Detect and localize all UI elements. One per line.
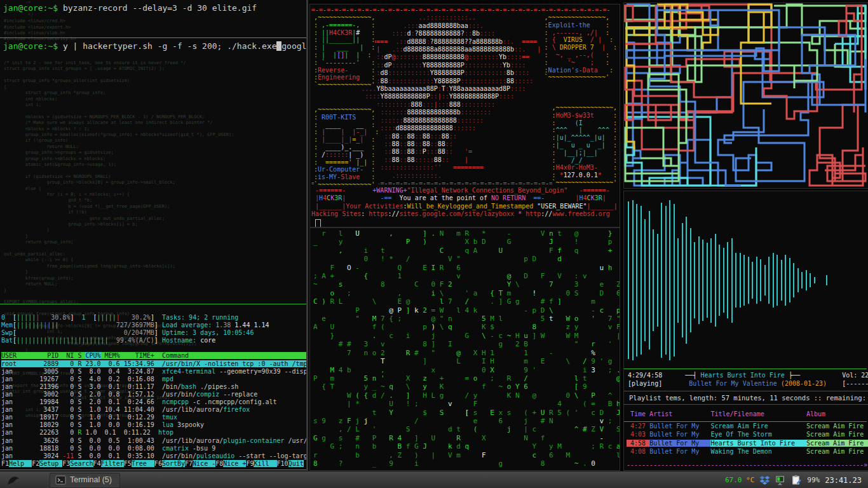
playlist-table[interactable]: Time Artist Title/Filename Album 4:27 Bu… bbox=[627, 410, 868, 456]
battery-percentage: 99% bbox=[807, 476, 820, 484]
taskbar: Terminal (5) 67.0 °C bbox=[0, 471, 868, 488]
system-tray: 67.0 °C 99% 23:41.23 bbox=[725, 475, 862, 485]
task-button-label: Terminal (5) bbox=[70, 475, 112, 484]
pipes-art bbox=[624, 3, 867, 187]
rootkits-box: ,~~~~~~~~~~~~~~,: R00T-KITS :: ____ __ :… bbox=[314, 106, 379, 189]
warning-banner: -======- +WARNING+"Illegal_Network_Conne… bbox=[311, 187, 618, 219]
pipes-screensaver-pane[interactable] bbox=[623, 3, 868, 189]
clipboard-manager-icon[interactable] bbox=[791, 475, 802, 485]
taskbar-clock[interactable]: 23:41.23 bbox=[825, 476, 862, 485]
terminal-icon bbox=[55, 475, 66, 485]
display-monitor-icon[interactable] bbox=[775, 475, 786, 485]
playlist-status-line: Playlist tems, length: 57 minutes, 11 se… bbox=[624, 391, 868, 405]
hacker-reverse-engineering-box: ,~~~~~~~~~~~~~~,: ,-======-, :: ||H4CK3R… bbox=[314, 14, 375, 89]
app-menu-icon[interactable] bbox=[5, 473, 22, 487]
virus-dropper-box: ,~~~~~~~~~~~~~~~,:Exploit-the :: ,------… bbox=[545, 14, 617, 81]
playlist-header-rule bbox=[624, 421, 867, 422]
skull-art-pane[interactable]: =-=-=-=-=-=-=-=-=-=-=-=-=-=-=-=-=-=-=-=-… bbox=[309, 4, 620, 227]
ncmpcpp-player-pane[interactable]: 4:29/4:58 ──┤ Hearts Burst Into Fire ├──… bbox=[623, 191, 868, 471]
audio-visualizer bbox=[624, 191, 867, 367]
player-divider bbox=[624, 369, 867, 369]
terminal-divider-mid bbox=[0, 304, 306, 304]
matrix-rain: r l U , ] . N m R * - V n t @ } _ y P ) … bbox=[313, 229, 620, 468]
playlist-bottom-border: ----------------------------------------… bbox=[627, 461, 867, 468]
cmatrix-pane[interactable]: r l U , ] . N m R * - V n t @ } _ y P ) … bbox=[309, 227, 620, 471]
playlist-status-text: Playlist tems, length: 57 minutes, 11 se… bbox=[629, 394, 868, 402]
now-playing-info: 4:29/4:58 ──┤ Hearts Burst Into Fire ├──… bbox=[628, 371, 868, 388]
bash-prompt-hackertyper: jan@core:~$ y | hackertyper.sh -g -f -s … bbox=[3, 41, 308, 51]
desktop: /* */ #include <linux/cred.h> #include <… bbox=[0, 0, 868, 488]
home-sweet-home-box: ,~~~~~~~~~~~~~~~,:HoM3-$w33t :: (I ::^^^… bbox=[552, 104, 617, 187]
dropbox-icon[interactable] bbox=[759, 475, 770, 485]
htop-monitor: 0 [|||||| 30.8%] 1 [|||||| 30.2%] Tasks:… bbox=[1, 314, 308, 468]
terminal-divider-top bbox=[0, 37, 306, 38]
terminal-divider-bottom bbox=[0, 470, 306, 470]
terminal-cursor bbox=[315, 219, 321, 227]
bash-prompt-byzanz: jan@core:~$ byzanz-record --delay=3 -d 3… bbox=[3, 3, 257, 13]
terminal-left-pane[interactable]: /* */ #include <linux/cred.h> #include <… bbox=[0, 0, 308, 471]
task-button-terminal[interactable]: Terminal (5) bbox=[50, 473, 120, 488]
cpu-temperature: 67.0 °C bbox=[725, 476, 754, 484]
